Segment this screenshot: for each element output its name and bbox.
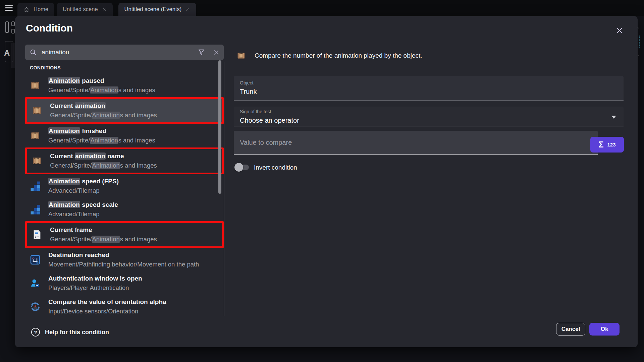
condition-title: Animation speed (FPS) (48, 177, 119, 186)
search-input[interactable] (42, 49, 198, 56)
condition-subtitle: General/Sprite/Animations and images (50, 111, 157, 120)
conditions-list: CONDITIONS Animation pausedGeneral/Sprit… (25, 60, 224, 319)
background-partial-letter: A (4, 48, 10, 58)
tilemap-icon (30, 181, 41, 191)
condition-description-row: Compare the number of the animation play… (236, 51, 422, 60)
tab-bar: Home Untitled scene Untitled scene (Even… (17, 3, 199, 16)
conditions-list-items: Animation pausedGeneral/Sprite/Animation… (25, 74, 224, 318)
dialog-close-icon[interactable] (615, 26, 624, 35)
current-frame-icon (32, 229, 42, 240)
condition-subtitle: Advanced/Tilemap (48, 186, 119, 195)
list-scrollbar-thumb[interactable] (218, 60, 221, 194)
dialog-title: Condition (26, 22, 73, 34)
player-authentication-icon (30, 278, 41, 289)
close-tab-icon[interactable] (102, 7, 107, 12)
home-icon (23, 6, 30, 12)
tab-untitled-scene-events[interactable]: Untitled scene (Events) (118, 3, 197, 16)
tab-untitled-scene[interactable]: Untitled scene (57, 3, 113, 16)
condition-item-5[interactable]: Animation speed scaleAdvanced/Tilemap (25, 198, 224, 221)
condition-title: Destination reached (48, 250, 199, 260)
clear-search-icon[interactable] (213, 49, 219, 56)
condition-title: Animation paused (48, 76, 155, 85)
condition-dialog: Condition CONDITIONS Animation pausedGen… (15, 16, 638, 347)
tab-label: Untitled scene (63, 6, 98, 12)
tab-label: Home (34, 6, 48, 12)
sprite-animation-icon (32, 156, 42, 166)
invert-condition-label: Invert condition (254, 164, 297, 171)
sprite-animation-icon (32, 105, 42, 116)
condition-title: Current frame (50, 225, 157, 235)
hamburger-menu-icon[interactable] (5, 5, 13, 11)
condition-item-9[interactable]: Compare the value of orientation alphaIn… (25, 295, 224, 318)
condition-title: Animation speed scale (48, 200, 118, 209)
orientation-sensor-icon (30, 301, 41, 312)
value-to-compare-input[interactable] (240, 139, 592, 146)
condition-subtitle: General/Sprite/Animations and images (48, 136, 155, 145)
condition-title: Authentication window is open (48, 274, 142, 283)
condition-subtitle: Input/Device sensors/Orientation (48, 307, 166, 316)
search-bar (25, 45, 224, 60)
condition-subtitle: Movement/Pathfinding behavior/Movement o… (48, 260, 199, 269)
object-field[interactable]: Object Trunk (234, 76, 624, 101)
operator-select[interactable]: Sign of the test Choose an operator (234, 107, 624, 126)
sprite-animation-icon (236, 51, 246, 60)
object-field-value: Trunk (240, 88, 618, 96)
sprite-animation-icon (30, 130, 41, 141)
operator-field-label: Sign of the test (240, 109, 618, 114)
condition-item-4[interactable]: Animation speed (FPS)Advanced/Tilemap (25, 174, 224, 198)
tab-home[interactable]: Home (17, 3, 54, 16)
condition-subtitle: Advanced/Tilemap (48, 209, 118, 219)
condition-title: Compare the value of orientation alpha (48, 297, 166, 307)
condition-item-6[interactable]: Current frameGeneral/Sprite/Animations a… (25, 221, 224, 248)
tilemap-icon (30, 204, 41, 215)
sigma-icon: Σ (598, 140, 603, 149)
chevron-down-icon[interactable] (611, 116, 616, 121)
section-header: CONDITIONS (30, 65, 224, 70)
help-label: Help for this condition (45, 329, 109, 336)
condition-item-7[interactable]: ABDestination reachedMovement/Pathfindin… (25, 248, 224, 272)
help-link[interactable]: ? Help for this condition (31, 328, 109, 337)
condition-title: Current animation name (50, 152, 157, 161)
condition-subtitle: Players/Player Authentication (48, 283, 142, 293)
condition-item-2[interactable]: Animation finishedGeneral/Sprite/Animati… (25, 124, 224, 147)
expression-builder-button[interactable]: Σ 123 (590, 137, 624, 153)
object-field-label: Object (240, 80, 618, 85)
operator-field-value: Choose an operator (240, 117, 618, 124)
app-top-bar: Home Untitled scene Untitled scene (Even… (0, 0, 644, 16)
condition-title: Current animation (50, 101, 157, 111)
svg-text:A: A (32, 256, 35, 259)
value-to-compare-field[interactable] (234, 131, 598, 155)
filter-icon[interactable] (198, 49, 205, 56)
condition-subtitle: General/Sprite/Animations and images (50, 161, 157, 170)
condition-item-0[interactable]: Animation pausedGeneral/Sprite/Animation… (25, 74, 224, 97)
panel-divider (224, 62, 224, 316)
condition-title: Animation finished (48, 126, 155, 136)
condition-subtitle: General/Sprite/Animations and images (48, 85, 155, 95)
condition-description: Compare the number of the animation play… (255, 52, 422, 59)
condition-item-1[interactable]: Current animationGeneral/Sprite/Animatio… (25, 97, 224, 124)
condition-item-8[interactable]: Authentication window is openPlayers/Pla… (25, 272, 224, 295)
sprite-animation-icon (30, 80, 41, 91)
numeric-badge: 123 (607, 142, 615, 147)
condition-subtitle: General/Sprite/Animations and images (50, 235, 157, 244)
tab-label: Untitled scene (Events) (124, 6, 182, 12)
help-icon: ? (31, 328, 40, 337)
magnifier-icon (30, 49, 37, 56)
cancel-button[interactable]: Cancel (556, 323, 585, 336)
close-tab-icon[interactable] (185, 7, 190, 12)
invert-condition-toggle[interactable] (235, 164, 249, 171)
ok-button[interactable]: Ok (589, 323, 620, 336)
events-sheet-toolbar-icon[interactable] (5, 21, 15, 34)
pathfinding-icon: AB (30, 254, 41, 265)
condition-item-3[interactable]: Current animation nameGeneral/Sprite/Ani… (25, 147, 224, 174)
